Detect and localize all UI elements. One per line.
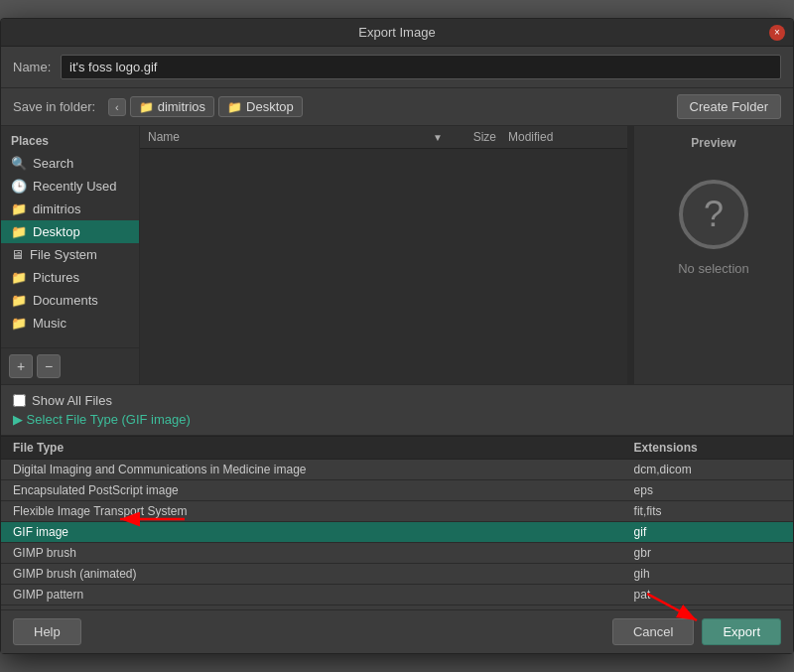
- file-type-row[interactable]: Flexible Image Transport Systemfit,fits: [1, 501, 793, 522]
- file-type-cell: Digital Imaging and Communications in Me…: [1, 460, 622, 480]
- bottom-right-buttons: Cancel Export: [612, 618, 781, 645]
- breadcrumb-area: ‹ 📁 dimitrios 📁 Desktop: [108, 96, 671, 117]
- filename-input[interactable]: [61, 55, 781, 79]
- breadcrumb-dimitrios-label: dimitrios: [158, 99, 205, 114]
- cancel-button[interactable]: Cancel: [612, 618, 694, 645]
- name-label: Name:: [13, 60, 53, 74]
- export-button[interactable]: Export: [702, 618, 781, 645]
- file-list-header: Name ▼ Size Modified: [140, 126, 627, 149]
- sidebar: Places 🔍 Search 🕒 Recently Used 📁 dimitr…: [1, 126, 140, 384]
- file-type-row[interactable]: Digital Imaging and Communications in Me…: [1, 460, 793, 480]
- breadcrumb-back-button[interactable]: ‹: [108, 98, 126, 116]
- file-type-row[interactable]: GIMP brushgbr: [1, 543, 793, 564]
- file-type-table: File Type Extensions Digital Imaging and…: [1, 437, 793, 605]
- sidebar-dimitrios-label: dimitrios: [33, 202, 80, 216]
- show-all-files-row: Show All Files: [13, 393, 781, 408]
- sidebar-item-recently-used[interactable]: 🕒 Recently Used: [1, 175, 139, 198]
- sidebar-recently-used-label: Recently Used: [33, 179, 117, 194]
- sidebar-item-documents[interactable]: 📁 Documents: [1, 289, 139, 312]
- file-type-cell: GIMP brush: [1, 543, 622, 564]
- bottom-bar: Help Cancel Export: [1, 609, 793, 653]
- col-file-type-header: File Type: [1, 437, 622, 460]
- sidebar-documents-label: Documents: [33, 293, 98, 308]
- sidebar-footer: + −: [1, 347, 139, 384]
- file-list-area: Name ▼ Size Modified: [140, 126, 628, 384]
- show-all-files-checkbox[interactable]: [13, 394, 26, 407]
- extensions-cell: fit,fits: [622, 501, 793, 522]
- create-folder-button[interactable]: Create Folder: [677, 94, 781, 119]
- extensions-cell: gif: [622, 522, 793, 543]
- select-file-type-label: ▶ Select File Type (GIF image): [13, 412, 191, 427]
- breadcrumb-desktop[interactable]: 📁 Desktop: [218, 96, 303, 117]
- extensions-cell: eps: [622, 480, 793, 501]
- search-icon: 🔍: [11, 156, 27, 171]
- sidebar-item-pictures[interactable]: 📁 Pictures: [1, 266, 139, 289]
- add-place-button[interactable]: +: [9, 354, 33, 378]
- file-type-row[interactable]: GIF imagegif: [1, 522, 793, 543]
- file-type-table-area: File Type Extensions Digital Imaging and…: [1, 436, 793, 609]
- remove-place-button[interactable]: −: [37, 354, 61, 378]
- sidebar-pictures-label: Pictures: [33, 270, 79, 285]
- help-button[interactable]: Help: [13, 618, 81, 645]
- file-type-table-header: File Type Extensions: [1, 437, 793, 460]
- export-image-dialog: Export Image × Name: Save in folder: ‹ 📁…: [0, 18, 794, 654]
- main-area: Places 🔍 Search 🕒 Recently Used 📁 dimitr…: [1, 126, 793, 384]
- title-bar: Export Image ×: [1, 19, 793, 47]
- documents-folder-icon: 📁: [11, 293, 27, 308]
- close-button[interactable]: ×: [769, 25, 785, 41]
- file-type-row[interactable]: GIMP brush (animated)gih: [1, 564, 793, 585]
- sidebar-music-label: Music: [33, 316, 66, 331]
- file-type-row[interactable]: GIMP patternpat: [1, 585, 793, 605]
- sidebar-item-music[interactable]: 📁 Music: [1, 312, 139, 335]
- name-row: Name:: [1, 47, 793, 88]
- col-modified-header: Modified: [500, 130, 619, 144]
- preview-label: Preview: [691, 136, 735, 150]
- file-type-cell: Encapsulated PostScript image: [1, 480, 622, 501]
- select-file-type-row[interactable]: ▶ Select File Type (GIF image): [13, 412, 781, 427]
- sidebar-item-file-system[interactable]: 🖥 File System: [1, 243, 139, 266]
- extensions-cell: gih: [622, 564, 793, 585]
- folder-icon-dimitrios: 📁: [139, 100, 154, 114]
- dialog-title: Export Image: [358, 25, 435, 40]
- file-system-icon: 🖥: [11, 247, 24, 262]
- bottom-left-buttons: Help: [13, 618, 81, 645]
- dimitrios-folder-icon: 📁: [11, 202, 27, 216]
- breadcrumb-dimitrios[interactable]: 📁 dimitrios: [130, 96, 214, 117]
- sidebar-item-desktop[interactable]: 📁 Desktop: [1, 220, 139, 243]
- preview-area: Preview ? No selection: [634, 126, 793, 384]
- desktop-folder-icon: 📁: [11, 224, 27, 239]
- sidebar-header: Places: [1, 126, 139, 152]
- options-area: Show All Files ▶ Select File Type (GIF i…: [1, 384, 793, 436]
- show-all-files-label: Show All Files: [32, 393, 112, 408]
- file-list-body: [140, 149, 627, 384]
- col-extensions-header: Extensions: [622, 437, 793, 460]
- extensions-cell: dcm,dicom: [622, 460, 793, 480]
- preview-question-mark: ?: [679, 180, 748, 249]
- col-name-header: Name: [148, 130, 429, 144]
- file-type-cell: GIMP brush (animated): [1, 564, 622, 585]
- music-folder-icon: 📁: [11, 316, 27, 331]
- sidebar-search-label: Search: [33, 156, 73, 171]
- sort-arrow-icon: ▼: [433, 132, 443, 143]
- folder-row: Save in folder: ‹ 📁 dimitrios 📁 Desktop …: [1, 88, 793, 126]
- pictures-folder-icon: 📁: [11, 270, 27, 285]
- breadcrumb-desktop-label: Desktop: [246, 99, 294, 114]
- no-selection-text: No selection: [678, 261, 749, 276]
- extensions-cell: gbr: [622, 543, 793, 564]
- file-type-cell: Flexible Image Transport System: [1, 501, 622, 522]
- file-type-cell: GIMP pattern: [1, 585, 622, 605]
- folder-icon-desktop: 📁: [227, 100, 242, 114]
- preview-icon-wrapper: ? No selection: [678, 180, 749, 276]
- col-size-header: Size: [447, 130, 496, 144]
- save-in-folder-label: Save in folder:: [13, 99, 102, 114]
- sidebar-item-dimitrios[interactable]: 📁 dimitrios: [1, 198, 139, 220]
- sidebar-item-search[interactable]: 🔍 Search: [1, 152, 139, 175]
- sidebar-file-system-label: File System: [30, 247, 97, 262]
- file-type-cell: GIF image: [1, 522, 622, 543]
- file-type-row[interactable]: Encapsulated PostScript imageeps: [1, 480, 793, 501]
- extensions-cell: pat: [622, 585, 793, 605]
- recently-used-icon: 🕒: [11, 179, 27, 194]
- sidebar-desktop-label: Desktop: [33, 224, 80, 239]
